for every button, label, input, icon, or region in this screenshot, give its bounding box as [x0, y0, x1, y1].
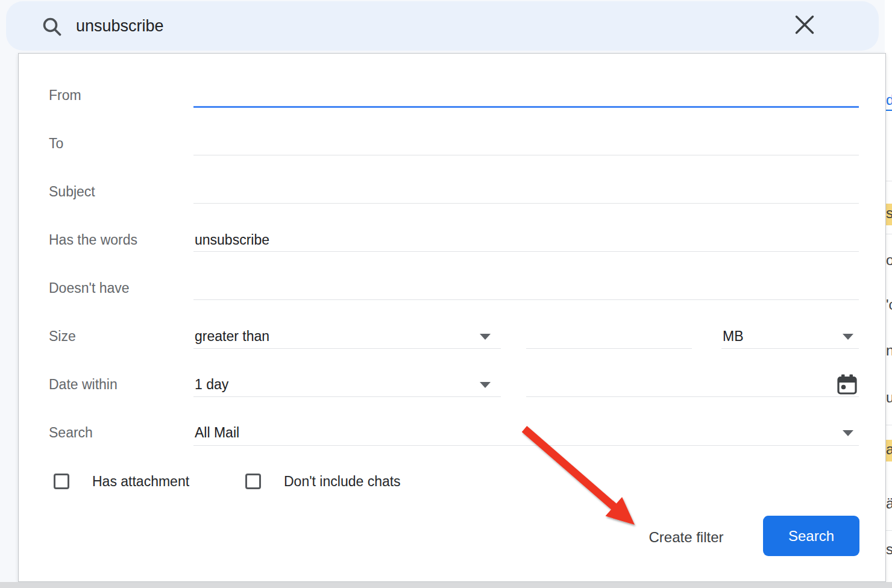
background-text-fragment: u: [886, 389, 892, 406]
to-input[interactable]: [195, 131, 858, 155]
has-words-input[interactable]: [195, 228, 858, 252]
date-range-dropdown[interactable]: 1 day: [193, 372, 501, 396]
clear-search-button[interactable]: [793, 14, 817, 38]
subject-label: Subject: [49, 184, 95, 200]
date-input[interactable]: [527, 372, 829, 396]
has-attachment-checkbox[interactable]: [54, 474, 69, 489]
date-within-label: Date within: [49, 377, 118, 393]
background-text-fragment: s: [886, 205, 892, 222]
create-filter-button[interactable]: Create filter: [636, 525, 736, 549]
size-operator-dropdown[interactable]: greater than: [193, 324, 501, 348]
background-text-fragment: ä: [886, 495, 892, 512]
doesnt-have-label: Doesn't have: [49, 280, 130, 296]
no-chats-label: Don't include chats: [284, 474, 401, 490]
search-input[interactable]: [76, 1, 769, 51]
background-text-fragment: o: [886, 252, 892, 269]
close-icon: [794, 14, 815, 38]
background-text-fragment: 'c: [886, 296, 892, 313]
no-chats-checkbox[interactable]: [245, 474, 261, 489]
background-left-margin: [0, 0, 18, 582]
has-attachment-label: Has attachment: [92, 474, 189, 490]
search-scope-dropdown[interactable]: All Mail: [193, 421, 859, 445]
search-scope-value: All Mail: [195, 425, 239, 441]
from-focus-underline: [193, 106, 859, 108]
gmail-search-bar[interactable]: [6, 1, 879, 51]
background-text-fragment: n: [886, 342, 892, 359]
from-label: From: [49, 87, 81, 104]
chevron-down-icon: [843, 430, 853, 436]
chevron-down-icon: [480, 334, 491, 340]
has-words-label: Has the words: [49, 232, 137, 248]
search-icon: [41, 16, 64, 41]
from-input[interactable]: [195, 83, 858, 107]
calendar-icon[interactable]: [837, 374, 857, 398]
background-text-fragment: s: [886, 541, 892, 558]
chevron-down-icon: [480, 382, 491, 388]
size-unit-dropdown[interactable]: MB: [721, 324, 859, 348]
size-unit-value: MB: [723, 328, 744, 345]
doesnt-have-input[interactable]: [195, 276, 858, 300]
background-link-fragment: d: [886, 92, 892, 111]
size-label: Size: [49, 328, 76, 345]
size-amount-input[interactable]: [527, 324, 690, 348]
subject-input[interactable]: [195, 180, 858, 204]
advanced-search-filter-panel: From To Subject Has the words Doesn't ha…: [18, 53, 886, 582]
search-button[interactable]: Search: [763, 516, 859, 556]
background-bottom-divider: [0, 582, 892, 588]
search-scope-label: Search: [49, 425, 93, 441]
to-label: To: [49, 136, 63, 152]
size-operator-value: greater than: [195, 328, 269, 345]
chevron-down-icon: [843, 334, 853, 340]
date-range-value: 1 day: [195, 377, 228, 393]
background-text-fragment: a: [886, 441, 892, 458]
